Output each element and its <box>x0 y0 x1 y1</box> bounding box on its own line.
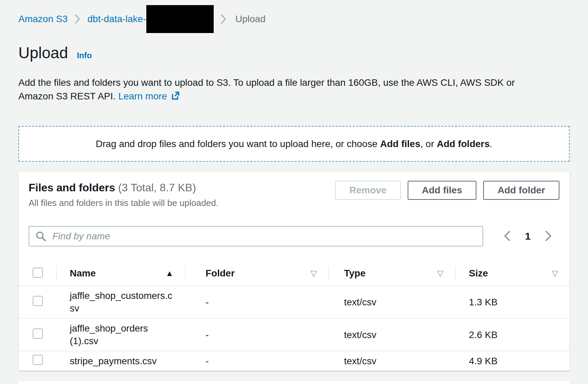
files-and-folders-panel: Files and folders (3 Total, 8.7 KB) All … <box>18 172 570 371</box>
column-header-type[interactable]: Type ▽ <box>328 261 455 285</box>
type-cell: text/csv <box>328 292 455 312</box>
folder-cell: - <box>185 292 328 312</box>
learn-more-link[interactable]: Learn more <box>118 91 180 101</box>
size-cell: 4.9 KB <box>455 351 570 371</box>
column-header-folder[interactable]: Folder ▽ <box>185 261 328 285</box>
row-checkbox[interactable] <box>33 296 43 306</box>
files-table: Name ▲ Folder ▽ Type ▽ Size ▽ <box>18 261 570 371</box>
find-by-name-input[interactable] <box>52 227 476 246</box>
type-cell: text/csv <box>328 325 455 345</box>
panel-actions: Remove Add files Add folder <box>335 181 559 200</box>
file-name-cell: stripe_payments.csv <box>56 351 185 371</box>
chevron-right-icon <box>220 14 227 24</box>
remove-button[interactable]: Remove <box>335 181 401 200</box>
breadcrumb-link-amazon-s3[interactable]: Amazon S3 <box>18 14 68 25</box>
table-row: jaffle_shop_orders (1).csv - text/csv 2.… <box>18 319 570 351</box>
add-files-button[interactable]: Add files <box>408 181 476 200</box>
chevron-right-icon <box>75 14 81 24</box>
current-page-number[interactable]: 1 <box>518 230 538 242</box>
filter-caret-icon: ▽ <box>311 269 317 278</box>
panel-subtitle: All files and folders in this table will… <box>29 198 218 208</box>
panel-count-summary: (3 Total, 8.7 KB) <box>118 181 196 194</box>
pagination: 1 <box>483 230 559 243</box>
dropzone-text: Drag and drop files and folders you want… <box>96 139 492 149</box>
panel-title-block: Files and folders (3 Total, 8.7 KB) All … <box>29 181 218 208</box>
size-cell: 2.6 KB <box>455 325 570 345</box>
table-row: stripe_payments.csv - text/csv 4.9 KB <box>18 351 570 371</box>
external-link-icon <box>170 91 180 104</box>
next-page-button[interactable] <box>538 230 559 243</box>
panel-title: Files and folders (3 Total, 8.7 KB) <box>29 181 218 194</box>
column-header-name[interactable]: Name ▲ <box>56 261 185 285</box>
type-cell: text/csv <box>328 351 455 371</box>
add-folder-button[interactable]: Add folder <box>483 181 559 200</box>
page-header: Upload Info <box>18 43 570 62</box>
page-title: Upload <box>18 43 68 62</box>
description-text: Add the files and folders you want to up… <box>18 77 515 101</box>
breadcrumb-bucket: dbt-data-lake- <box>87 5 214 33</box>
filter-caret-icon: ▽ <box>437 269 443 278</box>
previous-page-button[interactable] <box>496 230 518 243</box>
row-checkbox[interactable] <box>33 355 43 365</box>
search-icon <box>35 231 46 242</box>
table-toolbar: 1 <box>29 226 559 246</box>
breadcrumb-link-bucket[interactable]: dbt-data-lake- <box>87 14 146 25</box>
sort-ascending-icon: ▲ <box>165 269 174 278</box>
page-description: Add the files and folders you want to up… <box>18 76 519 104</box>
chevron-right-icon <box>545 230 552 243</box>
next-section-edge <box>18 381 570 384</box>
table-header-row: Name ▲ Folder ▽ Type ▽ Size ▽ <box>18 261 570 286</box>
column-header-size[interactable]: Size ▽ <box>455 261 570 285</box>
chevron-left-icon <box>503 230 511 243</box>
size-cell: 1.3 KB <box>455 292 570 312</box>
drag-and-drop-zone[interactable]: Drag and drop files and folders you want… <box>18 126 570 162</box>
folder-cell: - <box>185 351 328 371</box>
s3-upload-page: Amazon S3 dbt-data-lake- Upload Upload I… <box>0 0 588 371</box>
file-name-cell: jaffle_shop_customers.csv <box>56 286 185 318</box>
row-checkbox[interactable] <box>33 329 43 339</box>
redacted-bucket-name <box>146 5 214 33</box>
file-name-cell: jaffle_shop_orders (1).csv <box>56 319 185 351</box>
select-all-checkbox[interactable] <box>33 268 43 278</box>
table-row: jaffle_shop_customers.csv - text/csv 1.3… <box>18 286 570 319</box>
search-box <box>29 226 483 246</box>
folder-cell: - <box>185 325 328 345</box>
filter-caret-icon: ▽ <box>552 269 558 278</box>
info-link[interactable]: Info <box>77 51 92 60</box>
breadcrumb: Amazon S3 dbt-data-lake- Upload <box>18 5 570 33</box>
select-all-cell <box>18 268 56 279</box>
breadcrumb-current-page: Upload <box>235 14 266 25</box>
